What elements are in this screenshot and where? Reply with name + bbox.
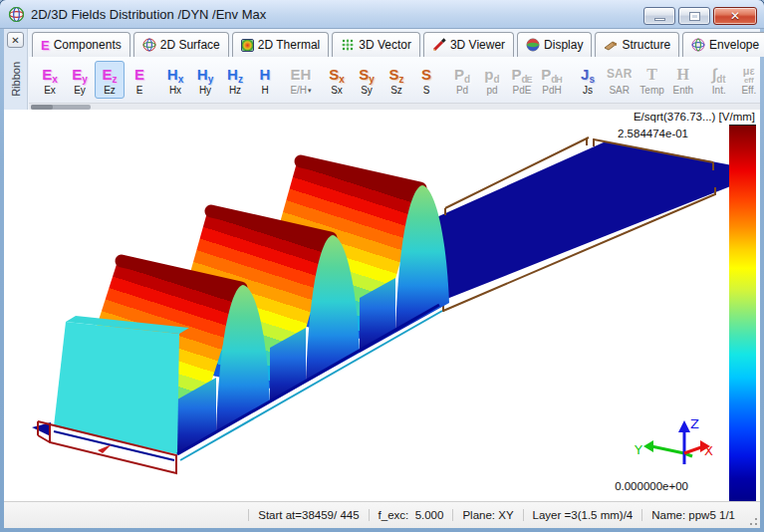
hz-button[interactable]: HzHz (220, 61, 250, 99)
js-button[interactable]: JsJs (573, 61, 603, 99)
sz-button[interactable]: SzSz (382, 61, 411, 99)
e-button[interactable]: EE (125, 61, 154, 99)
tab-envelope[interactable]: Envelope (682, 32, 764, 57)
minimize-icon (654, 18, 665, 21)
tab-components[interactable]: E Components (32, 32, 130, 57)
envelope-icon (691, 38, 705, 52)
toolbar-group-e-field: ExEx EyEy EzEz EE (35, 57, 154, 103)
colorbar-max-value: 2.584474e-01 (618, 128, 688, 139)
tab-display[interactable]: Display (517, 32, 592, 57)
sar-button[interactable]: SARSAR (603, 61, 636, 99)
pd-button[interactable]: PdPd (447, 61, 477, 99)
axis-z-label: Z (690, 416, 699, 431)
pd-lower-button[interactable]: pdpd (477, 61, 507, 99)
toolbar-group-analysis: ∫dtInt. μεeffEff. ƐxPar.▾ (704, 57, 764, 103)
plot-area: Z X Y E/sqrt(376.73...) [V/mm] 2.584474e… (4, 110, 760, 501)
hx-button[interactable]: HxHx (160, 61, 190, 99)
h-button[interactable]: HH (250, 61, 280, 99)
enth-button[interactable]: HEnth (668, 61, 698, 99)
viewer-icon (432, 38, 446, 52)
structure-icon (604, 38, 618, 52)
axes-triad: Z X Y (634, 416, 713, 464)
status-fexc: f_exc: 5.000 (369, 509, 453, 521)
close-icon: ✕ (730, 10, 740, 22)
tab-3d-viewer[interactable]: 3D Viewer (423, 32, 514, 57)
colorbar-min-value: 0.000000e+00 (615, 480, 688, 492)
resize-grip[interactable] (746, 514, 758, 526)
pdh-button[interactable]: PdHPdH (537, 61, 567, 99)
ez-button[interactable]: EzEz (95, 61, 125, 99)
toolbar-group-power: PdPd pdpd PdEPdE PdHPdH (447, 57, 567, 103)
toolbar-group-poynting: SxSx SySy SzSz SS (322, 57, 441, 103)
plot-3d-view[interactable]: Z X Y (4, 110, 760, 501)
substrate-plate (423, 141, 743, 302)
axis-x-label: X (704, 443, 713, 458)
thermal-icon (241, 39, 254, 52)
sy-button[interactable]: SySy (352, 61, 382, 99)
ribbon: ✕ Ribbon E Components 2D Surface 2D Ther… (4, 29, 760, 110)
axis-y-label: Y (634, 442, 642, 457)
eh-ratio-button[interactable]: EHE/H▾ (286, 61, 316, 99)
integral-button[interactable]: ∫dtInt. (704, 61, 734, 99)
pde-button[interactable]: PdEPdE (507, 61, 537, 99)
ribbon-side-strip: ✕ Ribbon (4, 29, 28, 110)
app-window: 2D/3D Fields Distribution /DYN /Env Max … (0, 0, 764, 532)
sx-button[interactable]: SxSx (322, 61, 352, 99)
tab-structure[interactable]: Structure (595, 32, 679, 57)
tab-2d-thermal[interactable]: 2D Thermal (232, 32, 329, 57)
ey-button[interactable]: EyEy (65, 61, 95, 99)
app-icon (8, 6, 25, 23)
minimize-button[interactable] (643, 7, 675, 25)
toolbar: ExEx EyEy EzEz EE HxHx HyHy HzHz HH EHE/… (29, 57, 760, 103)
s-button[interactable]: SS (411, 61, 441, 99)
status-bar: Start at=38459/ 445 f_exc: 5.000 Plane: … (4, 501, 760, 528)
colorbar-title: E/sqrt(376.73...) [V/mm] (634, 111, 755, 123)
ribbon-close-button[interactable]: ✕ (7, 32, 24, 48)
maximize-button[interactable] (678, 7, 710, 25)
cut-face (54, 322, 179, 454)
tab-2d-surface[interactable]: 2D Surface (133, 32, 229, 57)
status-name: Name: ppw5 1/1 (641, 509, 744, 521)
temp-button[interactable]: TTemp (636, 61, 667, 99)
toolbar-scrollbar[interactable] (29, 103, 760, 110)
hy-button[interactable]: HyHy (190, 61, 220, 99)
toolbar-group-eh: EHE/H▾ (286, 57, 316, 103)
dropdown-arrow-icon: ▾ (308, 87, 312, 95)
close-button[interactable]: ✕ (713, 7, 757, 25)
status-plane: Plane: XY (452, 509, 522, 521)
surface-icon (142, 38, 156, 52)
ex-button[interactable]: ExEx (35, 61, 65, 99)
eff-button[interactable]: μεeffEff. (734, 61, 764, 99)
components-icon: E (41, 38, 50, 53)
status-layer: Layer =3(1.5 mm)/4 (523, 509, 642, 521)
window-title: 2D/3D Fields Distribution /DYN /Env Max (31, 7, 266, 22)
display-tab-icon (526, 38, 540, 52)
titlebar[interactable]: 2D/3D Fields Distribution /DYN /Env Max … (0, 0, 764, 29)
tab-bar: E Components 2D Surface 2D Thermal (32, 30, 764, 57)
toolbar-group-h-field: HxHx HyHy HzHz HH (160, 57, 280, 103)
toolbar-group-misc: JsJs SARSAR TTemp HEnth (573, 57, 698, 103)
maximize-icon (689, 12, 700, 21)
ribbon-panel-label: Ribbon (10, 62, 22, 97)
colorbar (729, 125, 756, 501)
status-start: Start at=38459/ 445 (248, 509, 368, 521)
tab-3d-vector[interactable]: 3D Vector (332, 32, 420, 57)
vector-icon (341, 38, 355, 52)
